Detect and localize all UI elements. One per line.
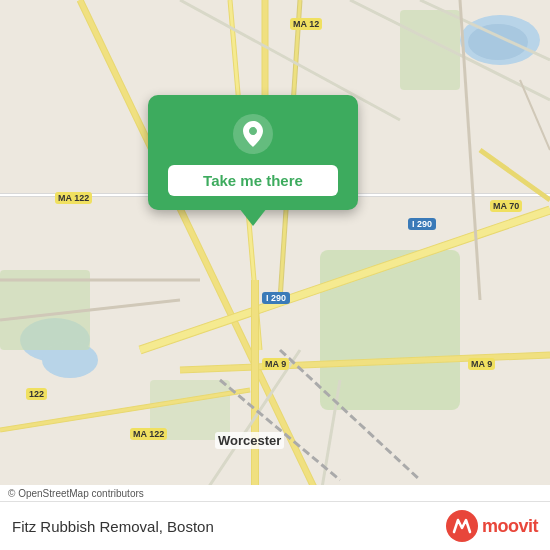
bottom-bar: © OpenStreetMap contributors Fitz Rubbis… xyxy=(0,485,550,550)
road-label-ma9b: MA 9 xyxy=(468,358,495,370)
moovit-logo: moovit xyxy=(446,510,538,542)
road-label-i290b: I 290 xyxy=(262,292,290,304)
road-label-ma9a: MA 9 xyxy=(262,358,289,370)
map-svg xyxy=(0,0,550,500)
road-label-ma12: MA 12 xyxy=(290,18,322,30)
worcester-label: Worcester xyxy=(215,432,284,449)
map-container: MA 12 MA 70 MA 122 MA 122 I 290 I 290 MA… xyxy=(0,0,550,550)
svg-point-39 xyxy=(233,114,273,154)
svg-rect-5 xyxy=(320,250,460,410)
location-pin-icon xyxy=(232,113,274,155)
moovit-brand-icon xyxy=(446,510,478,542)
svg-point-2 xyxy=(468,24,528,60)
popup-card: Take me there xyxy=(148,95,358,210)
attribution-text: © OpenStreetMap contributors xyxy=(0,485,550,501)
road-label-i290a: I 290 xyxy=(408,218,436,230)
road-label-ma122b: MA 122 xyxy=(130,428,167,440)
road-label-122: 122 xyxy=(26,388,47,400)
road-label-ma70: MA 70 xyxy=(490,200,522,212)
take-me-there-button[interactable]: Take me there xyxy=(168,165,338,196)
moovit-text: moovit xyxy=(482,516,538,537)
svg-rect-0 xyxy=(0,0,550,500)
app-bar: Fitz Rubbish Removal, Boston moovit xyxy=(0,501,550,550)
road-label-ma122a: MA 122 xyxy=(55,192,92,204)
app-title: Fitz Rubbish Removal, Boston xyxy=(12,518,446,535)
